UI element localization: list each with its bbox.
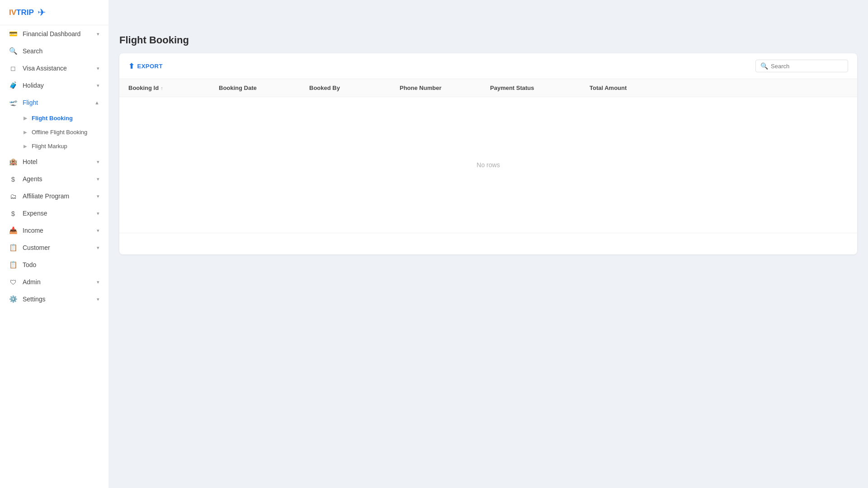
sidebar-item-income[interactable]: 📥 Income ▾ (0, 222, 108, 239)
chevron-up-icon: ▲ (94, 100, 99, 105)
logo: IVTRIP ✈ (0, 0, 108, 25)
col-label: Phone Number (400, 84, 441, 91)
admin-icon: 🛡 (9, 278, 17, 286)
flight-booking-card: ⬆ EXPORT 🔍 Booking Id ↑ Booking Date (119, 53, 857, 254)
sidebar-subitem-flight-markup[interactable]: ▶ Flight Markup (0, 139, 108, 153)
sidebar: IVTRIP ✈ 💳 Financial Dashboard ▾ 🔍 Searc… (0, 0, 108, 488)
sidebar-item-affiliate-program[interactable]: 🗂 Affiliate Program ▾ (0, 188, 108, 205)
chevron-down-icon: ▾ (97, 176, 99, 182)
sidebar-item-admin[interactable]: 🛡 Admin ▾ (0, 273, 108, 291)
sidebar-item-label: Visa Assistance (23, 65, 91, 72)
column-payment-status: Payment Status (490, 84, 590, 91)
affiliate-icon: 🗂 (9, 192, 17, 200)
chevron-down-icon: ▾ (97, 193, 99, 199)
chevron-down-icon: ▾ (97, 245, 99, 251)
column-booking-id[interactable]: Booking Id ↑ (128, 84, 219, 91)
chevron-down-icon: ▾ (97, 83, 99, 89)
sidebar-item-agents[interactable]: $ Agents ▾ (0, 170, 108, 188)
financial-dashboard-icon: 💳 (9, 30, 17, 38)
income-icon: 📥 (9, 226, 17, 235)
sidebar-item-label: Hotel (23, 158, 91, 165)
col-label: Booking Date (219, 84, 257, 91)
empty-message: No rows (476, 161, 500, 169)
search-input[interactable] (771, 63, 843, 70)
expense-icon: $ (9, 209, 17, 217)
sidebar-item-customer[interactable]: 📋 Customer ▾ (0, 239, 108, 256)
col-label: Booked By (309, 84, 340, 91)
column-booked-by: Booked By (309, 84, 400, 91)
sidebar-item-todo[interactable]: 📋 Todo (0, 256, 108, 273)
card-footer (119, 233, 857, 254)
sidebar-item-search[interactable]: 🔍 Search (0, 42, 108, 60)
sidebar-item-holiday[interactable]: 🧳 Holiday ▾ (0, 77, 108, 94)
logo-plane-icon: ✈ (38, 7, 46, 19)
sidebar-subitem-flight-booking[interactable]: ▶ Flight Booking (0, 111, 108, 125)
export-button[interactable]: ⬆ EXPORT (128, 62, 163, 70)
card-toolbar: ⬆ EXPORT 🔍 (119, 53, 857, 79)
sidebar-item-label: Affiliate Program (23, 192, 91, 200)
sidebar-item-flight[interactable]: 🛫 Flight ▲ (0, 94, 108, 111)
sidebar-item-label: Settings (23, 296, 91, 303)
chevron-down-icon: ▾ (97, 31, 99, 37)
content-area: Flight Booking ⬆ EXPORT 🔍 Booking Id ↑ (108, 25, 868, 488)
sidebar-item-label: Expense (23, 210, 91, 217)
chevron-right-icon: ▶ (24, 144, 27, 149)
sidebar-item-financial-dashboard[interactable]: 💳 Financial Dashboard ▾ (0, 25, 108, 42)
sub-item-label: Flight Markup (32, 143, 67, 150)
sidebar-item-label: Admin (23, 278, 91, 286)
sidebar-item-label: Income (23, 227, 91, 234)
sidebar-item-label: Flight (23, 99, 89, 106)
customer-icon: 📋 (9, 244, 17, 252)
sidebar-subitem-offline-flight-booking[interactable]: ▶ Offline Flight Booking (0, 125, 108, 139)
col-label: Total Amount (590, 84, 627, 91)
sidebar-item-label: Search (23, 47, 99, 55)
table-header: Booking Id ↑ Booking Date Booked By Phon… (119, 79, 857, 97)
sub-item-label: Flight Booking (32, 115, 73, 122)
export-label: EXPORT (137, 63, 163, 70)
todo-icon: 📋 (9, 261, 17, 269)
table-body: No rows (119, 97, 857, 233)
flight-icon: 🛫 (9, 99, 17, 107)
search-nav-icon: 🔍 (9, 47, 17, 55)
visa-assistance-icon: ◻ (9, 64, 17, 72)
export-icon: ⬆ (128, 62, 135, 70)
sidebar-item-label: Customer (23, 244, 91, 251)
sidebar-item-settings[interactable]: ⚙️ Settings ▾ (0, 291, 108, 308)
sidebar-item-label: Agents (23, 175, 91, 183)
main-content: Flight Booking ⬆ EXPORT 🔍 Booking Id ↑ (108, 0, 868, 488)
sort-icon: ↑ (160, 85, 163, 91)
agents-icon: $ (9, 175, 17, 183)
hotel-icon: 🏨 (9, 158, 17, 166)
sidebar-item-expense[interactable]: $ Expense ▾ (0, 205, 108, 222)
column-booking-date: Booking Date (219, 84, 309, 91)
search-box: 🔍 (755, 60, 848, 72)
chevron-right-icon: ▶ (24, 130, 27, 135)
col-label: Payment Status (490, 84, 534, 91)
chevron-down-icon: ▾ (97, 66, 99, 71)
page-title: Flight Booking (119, 34, 857, 46)
holiday-icon: 🧳 (9, 81, 17, 89)
sidebar-item-label: Holiday (23, 82, 91, 89)
sub-item-label: Offline Flight Booking (32, 129, 87, 136)
chevron-down-icon: ▾ (97, 159, 99, 165)
search-icon: 🔍 (760, 62, 768, 70)
sidebar-item-visa-assistance[interactable]: ◻ Visa Assistance ▾ (0, 60, 108, 77)
chevron-down-icon: ▾ (97, 279, 99, 285)
sidebar-item-label: Financial Dashboard (23, 30, 91, 38)
sidebar-item-label: Todo (23, 261, 99, 268)
chevron-down-icon: ▾ (97, 228, 99, 234)
chevron-down-icon: ▾ (97, 296, 99, 302)
settings-icon: ⚙️ (9, 295, 17, 303)
column-total-amount: Total Amount (590, 84, 680, 91)
chevron-down-icon: ▾ (97, 211, 99, 216)
col-label: Booking Id (128, 84, 159, 91)
logo-text: IVTRIP (9, 8, 34, 17)
topbar (108, 0, 868, 25)
sidebar-item-hotel[interactable]: 🏨 Hotel ▾ (0, 153, 108, 170)
column-phone-number: Phone Number (400, 84, 490, 91)
chevron-right-icon: ▶ (24, 116, 27, 121)
